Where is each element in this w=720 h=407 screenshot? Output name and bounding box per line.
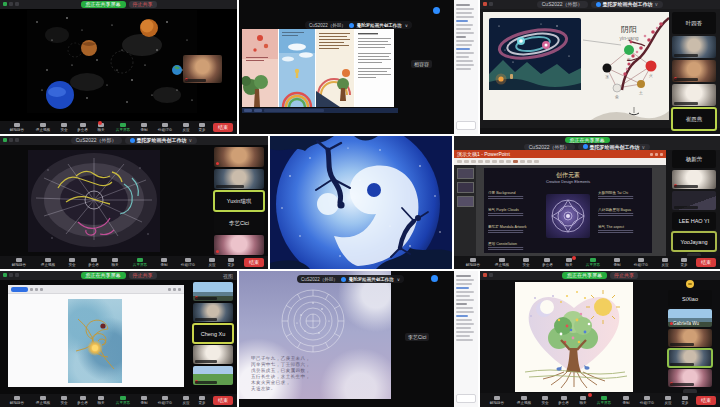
toolbar-button[interactable]: 反应 — [663, 396, 673, 405]
participant-video[interactable] — [193, 345, 233, 364]
toolbar-button[interactable]: 更多 — [680, 396, 690, 405]
toolbar-button[interactable]: 共享屏幕 — [583, 258, 603, 267]
toolbar-button[interactable]: 录制 — [621, 396, 631, 405]
end-meeting-button[interactable]: 结束 — [696, 396, 716, 405]
toolbar-button[interactable]: 更多 — [679, 258, 689, 267]
participant-video[interactable] — [183, 55, 222, 83]
toolbar-button[interactable]: 反应 — [660, 258, 670, 267]
toolbar-button[interactable]: 分组讨论 — [178, 258, 198, 267]
toolbar-button[interactable]: 解除静音 — [487, 396, 507, 405]
toolbar-button[interactable]: 参会者 — [540, 258, 555, 267]
toolbar-button[interactable]: 共享屏幕 — [113, 396, 133, 405]
active-speaker-tile[interactable]: Yuxin瑞琪 — [214, 191, 264, 211]
chat-input[interactable] — [456, 121, 476, 130]
toolbar-button[interactable]: 参会者 — [556, 396, 571, 405]
toolbar-button[interactable]: 共享屏幕 — [113, 123, 133, 132]
window-controls[interactable] — [3, 138, 19, 142]
active-speaker-tile[interactable]: YooJayang — [672, 232, 716, 251]
toolbar-button[interactable]: 参会者 — [86, 258, 101, 267]
view-menu[interactable]: 视图 — [223, 273, 233, 279]
toolbar-button[interactable]: 解除静音 — [7, 123, 27, 132]
toolbar-button[interactable]: 停止视频 — [514, 396, 534, 405]
participant-video[interactable] — [193, 366, 233, 385]
toolbar-button[interactable]: 分组讨论 — [155, 396, 175, 405]
active-speaker-tile[interactable]: Cheng Xu — [193, 324, 233, 343]
meeting-id-pill[interactable]: CuS2022（外部） — [71, 137, 122, 144]
participant-name-tile[interactable]: LEE HAO YI — [672, 212, 716, 230]
participant-video[interactable] — [668, 329, 712, 347]
end-meeting-button[interactable]: 结束 — [244, 258, 264, 267]
participant-video[interactable] — [214, 147, 264, 167]
stop-share-button[interactable]: 停止共享 — [129, 272, 157, 279]
toolbar-button[interactable]: 分组讨论 — [155, 123, 175, 132]
meeting-id-pill[interactable]: CuS2022（外部） — [537, 1, 588, 8]
meeting-title-pill[interactable]: 曼陀罗绘画共创工作坊∨ — [578, 144, 651, 150]
meeting-id-pill[interactable]: CuS2022（外部） — [524, 144, 575, 150]
window-buttons[interactable] — [650, 153, 663, 156]
active-speaker-video[interactable] — [668, 349, 712, 367]
toolbar-button[interactable]: 聊天 — [578, 396, 588, 405]
participant-video[interactable] — [214, 169, 264, 189]
end-meeting-button[interactable]: 结束 — [696, 258, 716, 267]
participant-video[interactable] — [672, 170, 716, 189]
participant-name-tile[interactable]: 叶园香 — [672, 12, 716, 34]
toolbar-button[interactable]: 录制 — [139, 396, 149, 405]
toolbar-button[interactable]: 参会者 — [75, 396, 90, 405]
toolbar-button[interactable]: 停止视频 — [492, 258, 512, 267]
end-meeting-button[interactable]: 结束 — [213, 123, 233, 132]
participant-video[interactable]: Gabriella Wu — [668, 309, 712, 327]
toolbar-button[interactable]: 共享屏幕 — [130, 258, 150, 267]
app-blue-icon[interactable] — [433, 7, 440, 14]
toolbar-button[interactable]: 录制 — [612, 258, 622, 267]
toolbar-button[interactable]: 录制 — [139, 123, 149, 132]
toolbar-button[interactable]: 分组讨论 — [631, 258, 651, 267]
toolbar-button[interactable]: 停止视频 — [33, 123, 53, 132]
stop-share-button[interactable]: 停止共享 — [610, 272, 638, 279]
participant-video[interactable] — [672, 36, 716, 58]
participant-video[interactable] — [672, 84, 716, 106]
toolbar-button[interactable]: 更多 — [226, 258, 236, 267]
toolbar-button[interactable]: 反应 — [207, 258, 217, 267]
slide-thumbnails[interactable] — [454, 165, 476, 256]
toolbar-button[interactable]: 停止视频 — [33, 396, 53, 405]
active-speaker-tile[interactable]: 崔恩燕 — [672, 108, 716, 130]
powerpoint-ribbon[interactable] — [454, 158, 666, 165]
window-controls[interactable] — [483, 2, 493, 6]
toolbar-button[interactable]: 安全 — [540, 396, 550, 405]
participant-name-tile[interactable]: 李艺Cici — [214, 213, 264, 233]
window-controls[interactable] — [3, 273, 19, 277]
participant-video[interactable] — [193, 303, 233, 322]
window-controls[interactable] — [3, 2, 19, 6]
participant-video[interactable] — [672, 60, 716, 82]
toolbar-button[interactable]: 聊天 — [96, 396, 106, 405]
toolbar-button[interactable]: 安全 — [59, 396, 69, 405]
toolbar-button[interactable]: 安全 — [59, 123, 69, 132]
meeting-title-pill[interactable]: 曼陀罗绘画共创工作坊∨ — [125, 137, 198, 144]
participant-video[interactable] — [214, 235, 264, 255]
toolbar-button[interactable]: 分组讨论 — [637, 396, 657, 405]
viewer-toolbar[interactable] — [8, 285, 184, 294]
meeting-info-pill[interactable]: CuS2022（外部）曼陀罗绘画共创工作坊∨ — [297, 275, 404, 283]
toolbar-button[interactable]: 更多 — [197, 123, 207, 132]
toolbar-button[interactable]: 参会者 — [75, 123, 90, 132]
toolbar-button[interactable]: 聊天 — [110, 258, 120, 267]
meeting-title-pill[interactable]: 曼陀罗绘画共创工作坊∨ — [591, 1, 664, 8]
participant-name-tile[interactable]: 杨新蕾 — [672, 150, 716, 168]
toolbar-button[interactable]: 停止视频 — [38, 258, 58, 267]
window-controls[interactable] — [483, 273, 493, 277]
toolbar-button[interactable]: 反应 — [181, 123, 191, 132]
end-meeting-button[interactable]: 结束 — [213, 396, 233, 405]
toolbar-button[interactable]: 更多 — [197, 396, 207, 405]
chat-input[interactable] — [456, 394, 476, 403]
toolbar-button[interactable]: 反应 — [181, 396, 191, 405]
meeting-info-pill[interactable]: CuS2022（外部）曼陀罗绘画共创工作坊∨ — [305, 21, 412, 29]
toolbar-button[interactable]: 解除静音 — [7, 396, 27, 405]
toolbar-button[interactable]: 共享屏幕 — [594, 396, 614, 405]
toolbar-button[interactable]: 解除静音 — [463, 258, 483, 267]
toolbar-button[interactable]: 安全 — [67, 258, 77, 267]
participant-video[interactable] — [668, 369, 712, 387]
toolbar-button[interactable]: 解除静音 — [9, 258, 29, 267]
participant-video[interactable] — [672, 191, 716, 210]
app-blue-icon[interactable] — [431, 275, 438, 282]
toolbar-button[interactable]: 安全 — [521, 258, 531, 267]
